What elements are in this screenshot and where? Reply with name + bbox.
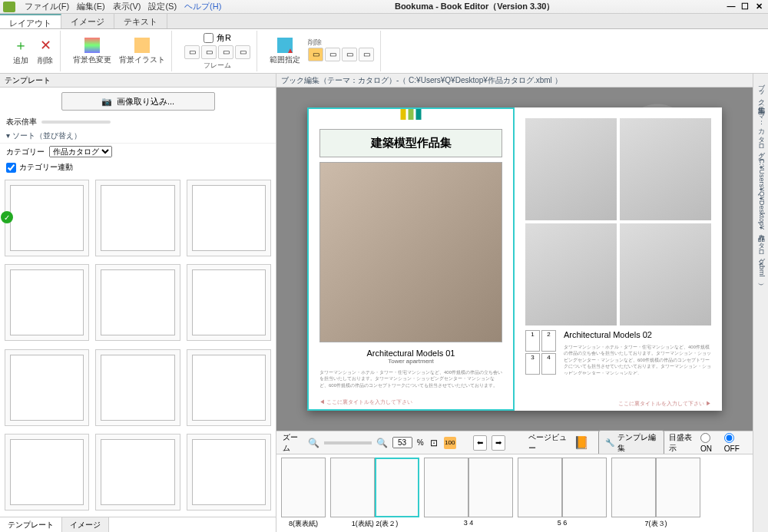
template-thumb[interactable] bbox=[187, 180, 271, 256]
range-button[interactable]: ▲範囲指定 bbox=[270, 38, 300, 65]
menu-settings[interactable]: 設定(S) bbox=[145, 0, 180, 13]
bgcolor-icon bbox=[84, 38, 100, 53]
page-description[interactable]: タワーマンション・ホテル・タワー・住宅マンションなど、400件規模の作品の立ち会… bbox=[319, 369, 502, 400]
zoom-fit-icon[interactable]: ⊡ bbox=[429, 437, 439, 449]
page-image-3[interactable] bbox=[525, 223, 617, 325]
page-subtitle[interactable]: Architectural Models 01 bbox=[319, 349, 502, 358]
page-image-2[interactable] bbox=[620, 118, 711, 220]
minimize-icon[interactable]: — bbox=[725, 2, 737, 12]
page-subtitle2[interactable]: Tower apartment bbox=[319, 358, 502, 365]
thumb-page[interactable] bbox=[375, 458, 419, 517]
menu-help[interactable]: ヘルプ(H) bbox=[181, 0, 224, 13]
bgcolor-button[interactable]: 背景色変更 bbox=[73, 38, 111, 65]
page-right[interactable]: 1 2 3 4 Architectural Models 02 タワーマンション… bbox=[515, 107, 722, 411]
page-image-4[interactable] bbox=[620, 223, 711, 325]
zoom-slider[interactable] bbox=[41, 121, 111, 124]
thumb-page[interactable] bbox=[468, 458, 513, 517]
thumb-page[interactable] bbox=[518, 458, 562, 517]
template-thumb[interactable] bbox=[187, 264, 271, 341]
tab-text[interactable]: テキスト bbox=[114, 14, 167, 28]
thumb-page[interactable] bbox=[330, 458, 375, 517]
pagebiew-icon[interactable]: 📙 bbox=[574, 435, 589, 450]
frame-btn-4[interactable]: ▭ bbox=[235, 45, 250, 59]
category-select[interactable]: 作品カタログ bbox=[49, 146, 112, 157]
template-thumb[interactable] bbox=[95, 349, 180, 426]
thumb-page[interactable] bbox=[611, 458, 656, 517]
zoom-slider-editor[interactable] bbox=[324, 441, 372, 444]
thumb-page[interactable] bbox=[562, 458, 607, 517]
template-thumb[interactable]: ✓ bbox=[5, 180, 89, 256]
menu-file[interactable]: ファイル(F) bbox=[22, 0, 72, 13]
menu-view[interactable]: 表示(V) bbox=[110, 0, 144, 13]
thumb-label: 3 4 bbox=[464, 519, 474, 527]
add-button[interactable]: ＋追加 bbox=[12, 37, 29, 66]
sidebar-tab-image[interactable]: イメージ bbox=[62, 517, 109, 532]
thumb-item[interactable]: 5 6 bbox=[518, 458, 607, 529]
template-thumb[interactable] bbox=[187, 434, 271, 511]
category-link-label: カテゴリー連動 bbox=[19, 162, 73, 173]
wrench-icon: 🔧 bbox=[605, 438, 614, 447]
page-r-subtitle[interactable]: Architectural Models 02 bbox=[564, 330, 711, 339]
thumb-page[interactable] bbox=[281, 458, 326, 517]
percent-label: % bbox=[417, 438, 424, 447]
app-icon bbox=[3, 2, 15, 12]
page-footer-right[interactable]: ここに裏タイトルを入力して下さい ▶ bbox=[618, 400, 711, 408]
next-page-button[interactable]: ➡ bbox=[492, 435, 505, 451]
page-image-1[interactable] bbox=[525, 118, 617, 220]
thumb-item[interactable]: 1(表紙) 2(表２) bbox=[330, 458, 419, 529]
cell-4: 4 bbox=[541, 353, 556, 375]
template-thumb[interactable] bbox=[187, 349, 271, 426]
zoom-100-icon[interactable]: 100 bbox=[444, 437, 456, 449]
template-thumb[interactable] bbox=[95, 180, 180, 256]
edit-template-button[interactable]: 🔧テンプレ編集 bbox=[598, 430, 664, 456]
frame-btn-3[interactable]: ▭ bbox=[218, 45, 233, 59]
tab-layout[interactable]: レイアウト bbox=[0, 14, 61, 28]
thumb-page[interactable] bbox=[656, 458, 700, 517]
bgillust-icon bbox=[134, 38, 150, 53]
prev-page-button[interactable]: ⬅ bbox=[473, 435, 487, 451]
canvas[interactable]: 建築模型作品集 Architectural Models 01 Tower ap… bbox=[276, 88, 753, 431]
vertical-tab[interactable]: ブック編集（テーマ：カタログ）-（ C:¥Users¥Q¥Desktop¥作品カ… bbox=[753, 74, 768, 532]
template-thumb[interactable] bbox=[95, 264, 180, 341]
sort-row[interactable]: ▾ ソート（並び替え） bbox=[0, 129, 276, 144]
page-title[interactable]: 建築模型作品集 bbox=[319, 129, 502, 157]
ribbon: ＋追加 ✕削除 背景色変更 背景イラスト 角R ▭ ▭ ▭ ▭ フレーム ▲範囲… bbox=[0, 29, 768, 74]
kadoR-checkbox[interactable] bbox=[204, 33, 214, 43]
app-title: Bookuma - Book Editor（Version 3.30） bbox=[224, 1, 725, 12]
menu-edit[interactable]: 編集(E) bbox=[74, 0, 108, 13]
page-main-image[interactable] bbox=[319, 162, 502, 342]
maximize-icon[interactable]: ☐ bbox=[739, 2, 751, 12]
template-thumb[interactable] bbox=[95, 434, 180, 511]
import-images-button[interactable]: 📷画像取り込み... bbox=[61, 92, 215, 111]
page-r-description[interactable]: タワーマンション・ホテル・タワー・住宅マンションなど、400件規模の作品の立ち会… bbox=[564, 344, 711, 375]
delete-button[interactable]: ✕削除 bbox=[37, 37, 54, 66]
frame-btn-1[interactable]: ▭ bbox=[184, 45, 200, 59]
page-footer-left[interactable]: ◀ ここに裏タイトルを入力して下さい bbox=[319, 398, 412, 406]
guide-off[interactable]: OFF bbox=[724, 433, 746, 453]
thumb-item[interactable]: 8(裏表紙) bbox=[281, 458, 326, 529]
del-btn-4[interactable]: ▭ bbox=[359, 48, 374, 61]
cell-3: 3 bbox=[525, 353, 540, 375]
guide-on[interactable]: ON bbox=[700, 433, 720, 453]
thumb-item[interactable]: 3 4 bbox=[424, 458, 513, 529]
del-btn-2[interactable]: ▭ bbox=[325, 48, 340, 61]
zoom-out-icon[interactable]: 🔍 bbox=[308, 437, 319, 449]
del-btn-3[interactable]: ▭ bbox=[342, 48, 357, 61]
template-thumb[interactable] bbox=[5, 434, 89, 511]
close-icon[interactable]: ✕ bbox=[753, 2, 765, 12]
frame-btn-2[interactable]: ▭ bbox=[201, 45, 217, 59]
zoom-bar: ズーム 🔍 🔍 % ⊡ 100 ⬅ ➡ ページビュー 📙 🔧テンプレ編集 目盛表… bbox=[276, 431, 753, 454]
sidebar-tab-template[interactable]: テンプレート bbox=[0, 517, 62, 532]
bgillust-button[interactable]: 背景イラスト bbox=[119, 38, 165, 65]
tab-image[interactable]: イメージ bbox=[61, 14, 114, 28]
zoom-input[interactable] bbox=[392, 437, 412, 448]
zoom-in-icon[interactable]: 🔍 bbox=[376, 437, 388, 449]
page-left[interactable]: 建築模型作品集 Architectural Models 01 Tower ap… bbox=[307, 107, 515, 411]
thumb-page[interactable] bbox=[424, 458, 468, 517]
template-thumb[interactable] bbox=[5, 349, 89, 426]
thumb-label: 8(裏表紙) bbox=[289, 519, 318, 529]
template-thumb[interactable] bbox=[5, 264, 89, 341]
category-link-checkbox[interactable] bbox=[6, 163, 16, 173]
thumb-item[interactable]: 7(表３) bbox=[611, 458, 700, 529]
del-btn-1[interactable]: ▭ bbox=[308, 48, 323, 61]
